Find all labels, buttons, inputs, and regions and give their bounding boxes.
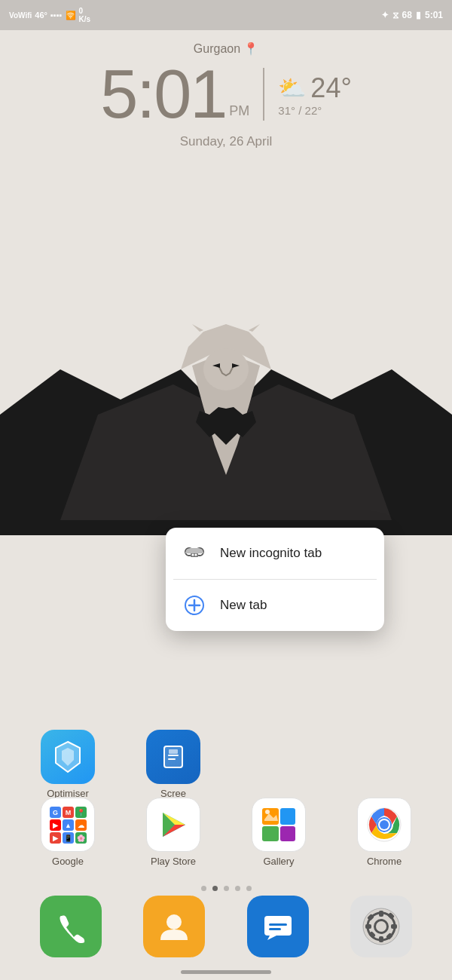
svg-rect-22 [391, 924, 397, 929]
dock-settings[interactable] [350, 896, 412, 957]
new-tab-label: New tab [220, 598, 267, 613]
svg-point-34 [195, 554, 197, 556]
new-tab-item[interactable]: New tab [166, 580, 384, 631]
dock-contacts[interactable] [143, 896, 205, 957]
date-display: Sunday, 26 April [0, 134, 452, 149]
chrome-icon-img [357, 798, 411, 852]
app-placeholder-4 [343, 730, 426, 799]
app-row-1: Optimiser Scree [0, 730, 452, 807]
dock [0, 896, 452, 957]
chrome-context-menu: New incognito tab New tab [166, 528, 384, 631]
bluetooth-icon: ✦ [381, 10, 389, 20]
page-dot-3 [224, 886, 229, 891]
svg-point-8 [265, 810, 270, 814]
app-gallery[interactable]: Gallery [237, 798, 320, 867]
svg-point-13 [166, 914, 182, 929]
page-indicator [0, 886, 452, 891]
optimiser-icon-img [41, 730, 95, 784]
app-row-2: G M 📍 ▶ ▲ ☁ ▶ 📱 🌸 Google [0, 798, 452, 874]
incognito-icon [181, 540, 208, 567]
vowifi-icon: VoWifi [9, 11, 32, 20]
svg-rect-7 [280, 826, 295, 841]
clock-row: 5:01 PM ⛅ 24° 31° / 22° [0, 60, 452, 128]
chrome-label: Chrome [367, 856, 402, 867]
app-playstore[interactable]: Play Store [132, 798, 215, 867]
app-google[interactable]: G M 📍 ▶ ▲ ☁ ▶ 📱 🌸 Google [26, 798, 109, 867]
location: Gurgaon 📍 [0, 41, 452, 56]
wifi-icon: 🛜 [66, 11, 76, 20]
battery-level: 68 [402, 10, 412, 20]
home-indicator[interactable] [181, 970, 271, 974]
status-left: VoWifi 46° ▪▪▪▪ 🛜 0K/s [9, 7, 90, 23]
svg-rect-5 [262, 826, 279, 841]
incognito-label: New incognito tab [220, 546, 322, 561]
temp-range: 31° / 22° [278, 104, 322, 117]
page-dot-1 [201, 886, 206, 891]
new-tab-icon [181, 592, 208, 619]
svg-rect-21 [365, 924, 371, 929]
clock-time: 5:01 [100, 60, 226, 128]
app-placeholder-3 [237, 730, 320, 799]
speed-indicator: 0K/s [79, 7, 91, 23]
page-dot-2 [212, 886, 218, 891]
gallery-icon-img [252, 798, 306, 852]
svg-point-0 [203, 348, 249, 390]
signal-icon: ▪▪▪▪ [50, 11, 63, 20]
svg-rect-15 [269, 923, 287, 926]
status-right: ✦ ⧖ 68 ▮ 5:01 [381, 10, 443, 20]
svg-point-28 [376, 921, 386, 932]
dock-messages[interactable] [247, 896, 309, 957]
app-screen[interactable]: Scree [132, 730, 215, 799]
new-incognito-tab-item[interactable]: New incognito tab [166, 528, 384, 579]
app-chrome[interactable]: Chrome [343, 798, 426, 867]
svg-rect-16 [269, 928, 281, 930]
location-pin-icon: 📍 [243, 41, 258, 56]
svg-point-12 [380, 820, 389, 829]
google-icon-img: G M 📍 ▶ ▲ ☁ ▶ 📱 🌸 [41, 798, 95, 852]
time-divider [263, 68, 264, 121]
battery-icon: ▮ [416, 10, 421, 20]
svg-rect-2 [169, 749, 178, 754]
playstore-label: Play Store [151, 856, 196, 867]
vibrate-icon: ⧖ [392, 10, 399, 20]
app-optimiser[interactable]: Optimiser [26, 730, 109, 799]
screen-icon-img [146, 730, 200, 784]
svg-rect-19 [379, 911, 383, 917]
temperature: 24° [310, 72, 351, 104]
svg-rect-20 [379, 936, 383, 942]
svg-point-33 [192, 554, 194, 556]
svg-rect-32 [191, 553, 198, 557]
google-label: Google [52, 856, 84, 867]
ampm: PM [229, 103, 249, 119]
weather-icon: ⛅ [278, 75, 306, 101]
weather-widget: ⛅ 24° 31° / 22° [278, 72, 351, 117]
status-bar: VoWifi 46° ▪▪▪▪ 🛜 0K/s ✦ ⧖ 68 ▮ 5:01 [0, 0, 452, 30]
svg-rect-6 [280, 808, 295, 825]
page-dot-5 [246, 886, 252, 891]
network-strength: 46° [35, 11, 47, 20]
clock-area: Gurgaon 📍 5:01 PM ⛅ 24° 31° / 22° Sunday… [0, 41, 452, 149]
status-time: 5:01 [425, 10, 443, 20]
playstore-icon-img [146, 798, 200, 852]
gallery-label: Gallery [263, 856, 294, 867]
page-dot-4 [235, 886, 240, 891]
dock-phone[interactable] [40, 896, 102, 957]
